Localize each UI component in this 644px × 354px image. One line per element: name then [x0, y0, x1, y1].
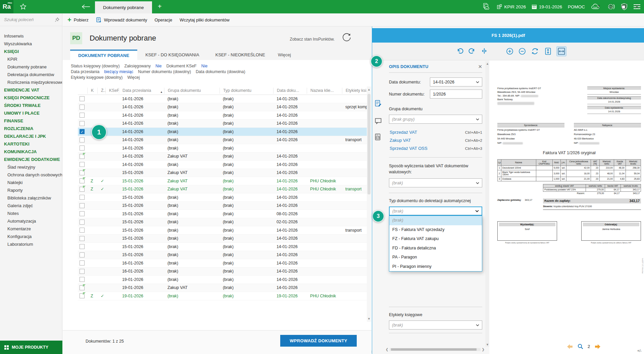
sidebar-item-infoserwis[interactable]: Infoserwis — [4, 32, 62, 40]
table-row[interactable]: 16-01-2026(brak)(brak)14-01-2026 — [78, 268, 367, 276]
row-checkbox[interactable] — [80, 96, 85, 101]
row-checkbox[interactable] — [80, 211, 85, 216]
table-row[interactable]: Z✓15-01-2026Zakup VAT(brak)14-01-2026PHU… — [78, 185, 367, 194]
dropdown-option[interactable]: PI - Paragon imienny — [389, 262, 482, 272]
table-row[interactable]: 15-01-2026(brak)(brak)14-01-2026 — [78, 235, 367, 243]
column-header[interactable]: Typ dokumentu — [219, 88, 273, 94]
filter-chip[interactable]: Więcej — [127, 75, 140, 80]
fit-height-icon[interactable] — [544, 47, 552, 56]
sort-asc-icon[interactable]: ▲ — [160, 89, 163, 94]
row-checkbox[interactable] — [80, 269, 85, 274]
document-number-input[interactable]: 1/2026 — [430, 90, 482, 99]
column-header[interactable]: Ż... — [97, 88, 105, 94]
column-header[interactable]: K — [87, 88, 97, 94]
dropdown-option[interactable]: FZ - Faktura VAT zakupu — [389, 234, 482, 244]
row-checkbox[interactable] — [80, 236, 85, 241]
table-row[interactable]: 14-01-2026(brak)(brak)14-01-2026 — [78, 95, 367, 103]
comments-icon[interactable] — [375, 118, 382, 124]
fit-width-icon[interactable] — [557, 47, 566, 56]
sidebar-item-notes[interactable]: Notes — [4, 210, 62, 217]
table-row[interactable]: 14-01-2026(brak)(brak)14-01-2026 — [78, 161, 367, 169]
table-row[interactable]: 14-01-2026(brak)(brak)14-01-2026transpor… — [78, 136, 367, 144]
sidebar-item-komentarze[interactable]: Komentarze — [4, 225, 62, 233]
row-checkbox[interactable] — [80, 228, 85, 233]
redo-icon[interactable] — [468, 47, 476, 55]
help-menu[interactable]: POMOC — [568, 4, 585, 9]
row-checkbox[interactable] — [80, 203, 85, 208]
app-logo[interactable]: RaPRO — [0, 0, 13, 13]
sidebar-item-deklaracje-i-jpk[interactable]: DEKLARACJE I JPK — [4, 132, 62, 140]
sidebar-item-konfiguracja[interactable]: Konfiguracja — [4, 233, 62, 240]
table-row[interactable]: 15-01-2026(brak)(brak)14-01-2026 — [78, 202, 367, 210]
new-tab-button[interactable]: + — [155, 3, 164, 10]
form-horizontal-scrollbar[interactable]: ❮❯ — [386, 347, 485, 352]
filter-chip[interactable]: Etykiety księgowe (dowolny) — [71, 75, 122, 80]
filter-chip[interactable]: Nie — [155, 64, 161, 68]
dropdown-option[interactable]: FD - Faktura detaliczna — [389, 244, 482, 253]
filter-chip[interactable]: Data przesłania — [71, 69, 99, 74]
table-row[interactable]: ✓14-01-2026(brak)(brak)14-01-2026 — [78, 128, 367, 136]
inspoints-status-link[interactable]: Zobacz stan InsPunktów. — [290, 37, 335, 42]
dropdown-option[interactable]: (brak) — [389, 216, 482, 225]
row-checkbox[interactable] — [80, 195, 85, 200]
sidebar-item-środki-trwałe[interactable]: ŚRODKI TRWAŁE — [4, 102, 62, 109]
table-row[interactable]: 19-01-2026Zakup VAT(brak)14-01-2026 — [78, 284, 367, 292]
sidebar-item-kartoteki[interactable]: KARTOTEKI — [4, 140, 62, 148]
column-header[interactable]: Data doku... — [273, 88, 307, 94]
table-row[interactable]: 15-01-2026(brak)(brak)14-01-2026transpor… — [78, 226, 367, 235]
rotate-icon[interactable] — [531, 47, 539, 55]
tab-ksef-do-księgowania[interactable]: KSEF - DO KSIĘGOWANIA — [137, 50, 207, 60]
zoom-out-icon[interactable] — [518, 47, 526, 55]
undo-icon[interactable] — [456, 47, 463, 55]
ksef-documents-icon[interactable]: KSeF — [482, 3, 491, 11]
filter-chip[interactable]: Status księgowy (dowolny) — [71, 64, 120, 68]
dropdown-option[interactable]: FS - Faktura VAT sprzedaży — [389, 225, 482, 235]
column-header[interactable]: Grupa dokumentu — [164, 88, 219, 94]
group-combo[interactable]: (brak grupy) — [389, 115, 482, 124]
tab-dokumenty-pobrane[interactable]: DOKUMENTY POBRANE — [70, 50, 137, 60]
sidebar-item-ewidencje-dodatkowe[interactable]: EWIDENCJE DODATKOWE — [4, 156, 62, 163]
sidebar-item-wyszukiwarka[interactable]: Wyszukiwarka — [4, 40, 62, 48]
row-checkbox[interactable] — [80, 162, 85, 167]
row-checkbox[interactable] — [80, 252, 85, 257]
table-row[interactable]: 15-01-2026(brak)(brak)14-01-2026 — [78, 251, 367, 259]
sidebar-item-ewidencje-vat[interactable]: EWIDENCJE VAT — [4, 86, 62, 94]
row-checkbox[interactable] — [80, 121, 85, 126]
sidebar-item-rozliczenia[interactable]: ROZLICZENIA — [4, 125, 62, 132]
column-header[interactable]: Etykiety ksi... — [342, 88, 367, 94]
enter-documents-primary-button[interactable]: WPROWADŹ DOKUMENTY — [280, 335, 357, 347]
filter-chip[interactable]: bieżący miesiąc — [104, 69, 133, 74]
group-link[interactable]: Sprzedaż VAT OSS — [390, 144, 428, 153]
filter-chip[interactable]: Nie — [201, 64, 207, 68]
sidebar-item-raporty[interactable]: Raporty — [4, 186, 62, 194]
table-row[interactable]: Z✓19-01-2026(brak)(brak)19-01-2026PHU Ch… — [78, 292, 367, 300]
type-combo[interactable]: (brak) — [389, 206, 482, 216]
sidebar-item-automatyzacja[interactable]: Automatyzacja — [4, 217, 62, 225]
sidebar-item-rozliczenia-międzyokresowe[interactable]: Rozliczenia międzyokresowe — [4, 78, 62, 86]
row-checkbox[interactable] — [80, 260, 85, 266]
table-row[interactable]: 15-01-2026(brak)(brak)14-01-2026 — [78, 243, 367, 251]
tab-więcej[interactable]: Więcej — [273, 50, 296, 60]
favorites-star-icon[interactable] — [19, 3, 27, 10]
filter-chip[interactable]: Dokument KSeF — [166, 64, 197, 68]
row-checkbox[interactable] — [80, 113, 85, 118]
next-page-icon[interactable] — [594, 344, 600, 349]
pin-icon[interactable] — [55, 17, 59, 22]
table-row[interactable]: 15-01-2026(brak)(brak)08-01-2026 — [78, 210, 367, 218]
page-search-icon[interactable] — [578, 344, 583, 349]
help-button[interactable]: ? — [597, 4, 600, 9]
group-link[interactable]: Zakup VAT — [390, 136, 411, 144]
attachment-preview-icon[interactable] — [375, 133, 381, 141]
sidebar-item-naklejki[interactable]: Naklejki — [4, 179, 62, 186]
sidebar-item-ochrona-danych-osobowych[interactable]: Ochrona danych osobowych — [4, 171, 62, 179]
filter-chip[interactable]: Numer dokumentu (dowolny) — [138, 69, 191, 74]
enter-documents-button[interactable]: Wprowadź dokumenty — [96, 17, 147, 23]
sidebar-item-księgi[interactable]: KSIĘGI — [4, 48, 62, 55]
refresh-sync-icon[interactable] — [340, 31, 353, 44]
column-header[interactable]: Data przesłania▲ — [119, 88, 164, 94]
settings-gear-icon[interactable] — [608, 4, 613, 9]
zoom-in-icon[interactable] — [506, 47, 514, 55]
table-row[interactable]: Z✓15-01-2026Zakup VAT(brak)14-01-2026PHU… — [78, 177, 367, 185]
group-link[interactable]: Sprzedaż VAT — [390, 128, 417, 136]
close-window-icon[interactable] — [635, 4, 639, 9]
